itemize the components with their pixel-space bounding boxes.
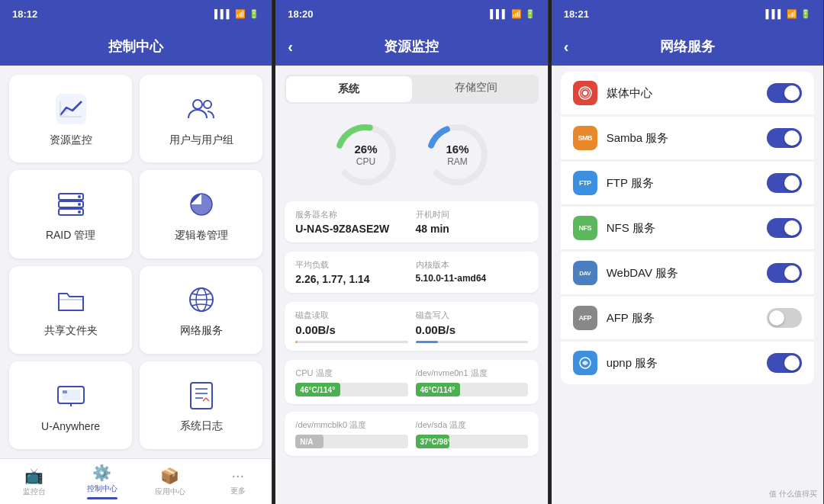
server-info-card: 服务器名称 U-NAS-9Z8ASE2W 开机时间 48 min [285, 201, 538, 242]
service-nfs[interactable]: NFS NFS 服务 [561, 207, 814, 250]
wifi-icon: 📶 [235, 9, 246, 19]
temp-row-1: CPU 温度 46°C/114° /dev/nvme0n1 温度 46°C/11… [295, 368, 527, 396]
panel-network-services: 18:21 ▌▌▌ 📶 🔋 ‹ 网络服务 媒体中心 [552, 0, 824, 504]
globe-icon [183, 281, 220, 318]
temp-card: CPU 温度 46°C/114° /dev/nvme0n1 温度 46°C/11… [285, 360, 538, 404]
media-icon [573, 81, 597, 105]
grid-network[interactable]: 网络服务 [140, 266, 262, 354]
kernel-cell: 内核版本 5.10.0-11-amd64 [416, 259, 528, 285]
ftp-toggle[interactable] [767, 173, 802, 193]
grid-logical-volume[interactable]: 逻辑卷管理 [140, 170, 262, 258]
service-webdav[interactable]: DAV WebDAV 服务 [561, 252, 814, 295]
mmcblk-temp-value: N/A [300, 438, 313, 446]
ftp-icon: FTP [573, 171, 597, 195]
nav-app[interactable]: 📦 应用中心 [136, 467, 204, 497]
battery-icon: 🔋 [249, 9, 259, 19]
signal-icon: ▌▌▌ [214, 9, 232, 18]
disk-write-cell: 磁盘写入 0.00B/s [416, 310, 528, 343]
samba-toggle[interactable] [767, 128, 802, 148]
temp-card-2: /dev/mmcblk0 温度 N/A /dev/sda 温度 37°C/98° [285, 412, 538, 456]
tab-storage[interactable]: 存储空间 [414, 75, 539, 104]
status-time-1: 18:12 [12, 8, 37, 20]
ram-center-text: 16% RAM [446, 143, 468, 167]
service-media[interactable]: 媒体中心 [561, 72, 814, 115]
grid-raid[interactable]: RAID 管理 [9, 170, 132, 258]
upnp-toggle[interactable] [767, 353, 802, 373]
nav-control[interactable]: ⚙️ 控制中心 [68, 464, 136, 499]
svg-point-4 [204, 101, 211, 108]
load-kernel-card: 平均负载 2.26, 1.77, 1.14 内核版本 5.10.0-11-amd… [285, 252, 538, 293]
back-button-3[interactable]: ‹ [564, 38, 569, 56]
more-nav-icon: ··· [231, 467, 244, 484]
afp-icon: AFP [573, 306, 597, 330]
cpu-temp-cell: CPU 温度 46°C/114° [295, 368, 407, 396]
grid-label-user: 用户与用户组 [169, 133, 233, 147]
cpu-temp-value: 46°C/114° [300, 386, 335, 394]
nav-monitor[interactable]: 📺 监控台 [0, 467, 68, 497]
nvme-temp-bar: 46°C/114° [416, 383, 528, 396]
service-ftp[interactable]: FTP FTP 服务 [561, 162, 814, 205]
smb-icon: SMB [573, 126, 597, 150]
grid-resource-monitor[interactable]: 资源监控 [9, 75, 132, 162]
svg-point-8 [78, 203, 81, 206]
media-toggle-knob [784, 85, 800, 101]
media-toggle[interactable] [767, 83, 802, 103]
service-afp[interactable]: AFP AFP 服务 [561, 297, 814, 340]
upnp-icon [573, 351, 597, 375]
grid-label-network: 网络服务 [180, 324, 223, 338]
samba-label: Samba 服务 [607, 131, 758, 146]
wifi-icon-2: 📶 [511, 9, 522, 19]
afp-label: AFP 服务 [607, 311, 758, 326]
header-1: 控制中心 [0, 27, 272, 66]
service-samba[interactable]: SMB Samba 服务 [561, 117, 814, 160]
ram-gauge: 16% RAM [423, 120, 491, 189]
disk-read-title: 磁盘读取 [295, 310, 407, 321]
signal-icon-3: ▌▌▌ [766, 9, 784, 18]
nav-active-indicator [87, 497, 117, 499]
watermark: 值 什么值得买 [769, 489, 817, 499]
ftp-label: FTP 服务 [607, 176, 758, 191]
media-label: 媒体中心 [607, 86, 758, 101]
chart-icon [53, 91, 89, 127]
grid-shared-folder[interactable]: 共享文件夹 [9, 266, 132, 354]
service-upnp[interactable]: upnp 服务 [561, 342, 814, 384]
sda-temp-bar: 37°C/98° [416, 435, 528, 448]
grid-system-log[interactable]: 系统日志 [140, 361, 262, 449]
cpu-pct: 26% [354, 143, 377, 156]
svg-point-29 [583, 91, 587, 95]
grid-label-raid: RAID 管理 [46, 229, 95, 242]
nav-more-label: 更多 [230, 486, 246, 496]
ram-pct: 16% [446, 143, 468, 156]
cpu-label: CPU [354, 156, 377, 167]
grid-label-log: 系统日志 [180, 419, 223, 433]
nfs-toggle[interactable] [767, 218, 802, 238]
disk-io-row: 磁盘读取 0.00B/s 磁盘写入 0.00B/s [295, 310, 527, 343]
control-nav-icon: ⚙️ [92, 464, 111, 482]
svg-point-3 [193, 100, 202, 109]
svg-rect-20 [191, 383, 212, 409]
webdav-toggle-knob [784, 265, 800, 281]
load-title: 平均负载 [295, 259, 407, 271]
monitor-icon [53, 377, 89, 414]
disk-write-value: 0.00B/s [416, 323, 528, 336]
samba-toggle-knob [784, 130, 800, 146]
disk-read-value: 0.00B/s [295, 323, 407, 336]
webdav-label: WebDAV 服务 [607, 266, 758, 281]
back-button-2[interactable]: ‹ [288, 38, 293, 56]
nav-monitor-label: 监控台 [23, 486, 46, 497]
nav-more[interactable]: ··· 更多 [204, 467, 272, 496]
sda-temp-fill: 37°C/98° [416, 435, 449, 448]
ram-gauge-wrap: 16% RAM [423, 120, 491, 189]
grid-user-group[interactable]: 用户与用户组 [140, 75, 262, 162]
nvme-temp-value: 46°C/114° [420, 386, 455, 394]
service-list: 媒体中心 SMB Samba 服务 FTP FTP 服务 NFS NFS 服务 [552, 66, 823, 504]
status-bar-1: 18:12 ▌▌▌ 📶 🔋 [0, 0, 272, 27]
header-title-3: 网络服务 [660, 37, 715, 56]
grid-u-anywhere[interactable]: U-Anywhere [9, 361, 132, 449]
webdav-toggle[interactable] [767, 263, 802, 283]
afp-toggle[interactable] [767, 308, 802, 328]
tab-system[interactable]: 系统 [286, 76, 411, 102]
header-2: ‹ 资源监控 [275, 27, 547, 66]
grid-label-logical: 逻辑卷管理 [175, 229, 228, 242]
mmcblk-temp-bar: N/A [295, 435, 407, 448]
